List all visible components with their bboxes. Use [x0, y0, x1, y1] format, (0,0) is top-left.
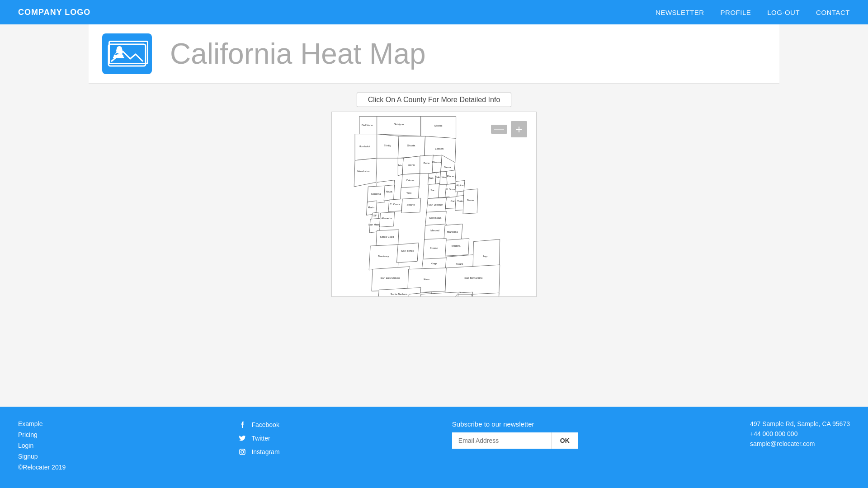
nav-logout[interactable]: LOG-OUT: [767, 9, 800, 16]
twitter-label: Twitter: [251, 435, 270, 442]
nav-newsletter[interactable]: NEWSLETTER: [656, 9, 704, 16]
county-fresno: [423, 239, 446, 261]
county-sacramento: [428, 183, 439, 198]
county-napa: [384, 185, 394, 201]
logo-image: [102, 33, 152, 74]
county-colusa: [401, 174, 420, 188]
county-san-luis-obispo: [372, 267, 410, 291]
footer-contact-col: 497 Sample Rd, Sample, CA 95673 +44 000 …: [750, 420, 850, 447]
footer-newsletter-col: Subscribe to our newsletter OK: [452, 420, 578, 449]
map-controls: — +: [491, 121, 527, 137]
contact-phone: +44 000 000 000: [750, 430, 850, 437]
county-placer: [446, 170, 456, 184]
footer-link-login[interactable]: Login: [18, 442, 66, 449]
county-butte: [420, 155, 434, 174]
instagram-icon: [238, 447, 247, 456]
california-map[interactable]: .county { fill: white; stroke: #444; str…: [332, 112, 536, 296]
footer-social-col: Facebook Twitter Instagram: [238, 420, 279, 456]
svg-point-60: [241, 450, 244, 453]
county-tehama: [398, 158, 403, 176]
county-madera: [443, 239, 469, 256]
county-mendocino: [354, 158, 377, 187]
county-siskiyou: [377, 117, 421, 136]
facebook-label: Facebook: [251, 421, 279, 428]
county-modoc: [421, 117, 456, 139]
footer-link-example[interactable]: Example: [18, 420, 66, 427]
map-hint: Click On A County For More Detailed Info: [357, 93, 512, 107]
footer-copyright: ©Relocater 2019: [18, 464, 66, 471]
nav-profile[interactable]: PROFILE: [721, 9, 751, 16]
twitter-icon: [238, 434, 247, 443]
county-mono: [463, 189, 478, 214]
county-del-norte: [359, 117, 377, 134]
county-merced: [425, 224, 447, 240]
header-card: California Heat Map: [89, 24, 779, 84]
social-twitter[interactable]: Twitter: [238, 434, 279, 443]
county-trinity: [377, 134, 399, 158]
navbar: COMPANY LOGO NEWSLETTER PROFILE LOG-OUT …: [0, 0, 868, 24]
contact-email: sample@relocater.com: [750, 440, 850, 447]
footer-nav-col: Example Pricing Login Signup ©Relocater …: [18, 420, 66, 471]
newsletter-form: OK: [452, 432, 578, 449]
social-facebook[interactable]: Facebook: [238, 420, 279, 429]
nav-contact[interactable]: CONTACT: [816, 9, 850, 16]
facebook-icon: [238, 420, 247, 429]
svg-point-61: [244, 450, 245, 450]
page-title: California Heat Map: [170, 37, 426, 70]
map-section: Click On A County For More Detailed Info…: [0, 84, 868, 315]
zoom-out-button[interactable]: —: [491, 125, 507, 134]
county-humboldt: [355, 134, 377, 160]
county-alpine: [455, 181, 465, 192]
county-shasta: [398, 136, 425, 158]
navbar-brand: COMPANY LOGO: [18, 8, 90, 17]
zoom-in-button[interactable]: +: [511, 121, 527, 137]
map-container[interactable]: — + .county { fill: white; stroke: #444;…: [331, 112, 537, 297]
navbar-links: NEWSLETTER PROFILE LOG-OUT CONTACT: [656, 9, 850, 16]
county-san-joaquin: [426, 197, 446, 213]
county-monterey: [369, 244, 399, 270]
social-instagram[interactable]: Instagram: [238, 447, 279, 456]
county-contra-costa: [388, 199, 402, 211]
county-glenn: [402, 156, 421, 174]
county-solano: [401, 198, 421, 213]
footer: Example Pricing Login Signup ©Relocater …: [0, 407, 868, 488]
county-san-bernardino: [445, 265, 500, 296]
county-stanislaus: [425, 211, 447, 226]
county-san-benito: [396, 243, 419, 263]
svg-point-1: [116, 47, 123, 54]
contact-address: 497 Sample Rd, Sample, CA 95673: [750, 420, 850, 427]
instagram-label: Instagram: [251, 448, 279, 455]
county-sutter: [428, 173, 436, 185]
county-alameda: [380, 212, 395, 227]
email-input[interactable]: [452, 432, 552, 449]
newsletter-label: Subscribe to our newsletter: [452, 420, 578, 428]
footer-link-signup[interactable]: Signup: [18, 453, 66, 460]
ok-button[interactable]: OK: [552, 432, 578, 449]
main-content: California Heat Map Click On A County Fo…: [0, 24, 868, 407]
county-plumas: [432, 155, 442, 173]
footer-link-pricing[interactable]: Pricing: [18, 431, 66, 438]
